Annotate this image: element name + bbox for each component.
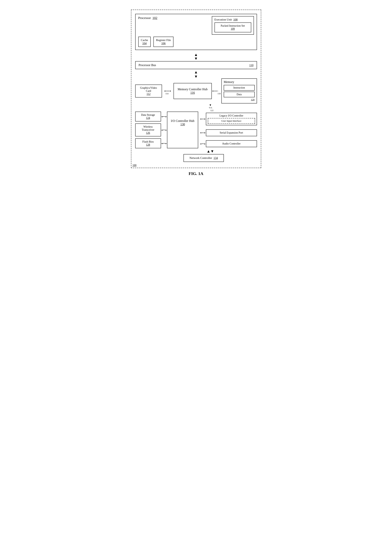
data-storage-row: Data Storage 124 ◄► — [135, 111, 167, 122]
arrow-bus-to-mch2: ▼ — [135, 75, 257, 78]
arrow-mch-mem: ◄ ~ 118 — [212, 90, 221, 92]
ioch-left-col: Data Storage 124 ◄► Wireless Transceiver… — [135, 111, 167, 148]
arrow-wireless: ◄► — [161, 129, 167, 131]
wavy-connector: ▼ ∿∿ 122 — [164, 104, 257, 111]
ioch-row: Data Storage 124 ◄► Wireless Transceiver… — [135, 111, 257, 148]
wireless-box: Wireless Transceiver 126 — [135, 124, 161, 136]
mch-box: Memory Controller Hub 116 — [173, 83, 212, 99]
arrow-ioch-network: ▲ ▼ — [164, 148, 257, 154]
mch-right-label: 118 — [218, 92, 221, 95]
network-row: Network Controller 134 — [151, 154, 257, 162]
outer-ref: 100 — [133, 164, 137, 167]
serial-expansion-box: Serial Expansion Port — [206, 129, 257, 136]
flash-bios-box: Flash Bios 128 — [135, 138, 161, 148]
processor-block: Processor 102 Execution Unit 108 Packed … — [135, 14, 257, 50]
processor-bus-block: Processor Bus 110 — [135, 61, 257, 69]
ioch-right-col: ◄► Legacy I/O Controller User Input Inte… — [198, 111, 257, 148]
memory-ref: 120 — [224, 98, 255, 101]
user-input-box: User Input Interface — [208, 118, 255, 124]
serial-expansion-row: ◄► Serial Expansion Port — [200, 129, 257, 136]
legacy-io-title: Legacy I/O Controller — [208, 114, 255, 117]
arrow-proc-to-bus: ▲▼ — [135, 53, 257, 60]
page: Processor 102 Execution Unit 108 Packed … — [127, 4, 265, 184]
audio-row: ◄► Audio Controller — [200, 140, 257, 147]
memory-title: Memory — [224, 80, 255, 84]
arrow-legacy: ◄► — [200, 118, 206, 120]
arrow-gfx-mch: ◄ ► 114 — [164, 90, 173, 92]
left-mch-col: Graphics/Video Card 112 — [135, 84, 164, 98]
wireless-row: Wireless Transceiver 126 ◄► — [135, 124, 167, 136]
network-box: Network Controller 134 — [183, 154, 224, 162]
processor-title: Processor 102 — [138, 16, 158, 35]
arrow-serial: ◄► — [200, 132, 206, 134]
legacy-io-row: ◄► Legacy I/O Controller User Input Inte… — [200, 113, 257, 125]
graphics-video-box: Graphics/Video Card 112 — [135, 84, 162, 98]
figure-label: FIG. 1A — [131, 171, 261, 176]
register-file-box: Register File 106 — [153, 37, 173, 47]
proc-components: Cache 104 Register File 106 — [138, 37, 254, 47]
execution-unit-title: Execution Unit 108 — [215, 18, 251, 21]
arrow-bus-to-mch: ▲ — [135, 70, 257, 75]
arrow-flash-bios: ◄► — [161, 142, 167, 144]
ioch-box: I/O Controller Hub 130 — [167, 111, 198, 148]
mch-row: Graphics/Video Card 112 ◄ ► 114 Memory C… — [135, 78, 257, 104]
cache-box: Cache 104 — [138, 37, 151, 47]
memory-block: Memory Instruction Data 120 — [221, 78, 257, 104]
instruction-box: Instruction — [224, 85, 255, 91]
bus-label: 114 — [165, 92, 169, 95]
legacy-io-block: Legacy I/O Controller User Input Interfa… — [206, 113, 257, 125]
packed-instruction-box: Packed Instruction Set 109 — [215, 22, 251, 32]
arrow-audio: ◄► — [200, 143, 206, 145]
outer-boundary: Processor 102 Execution Unit 108 Packed … — [131, 10, 261, 168]
flash-bios-row: Flash Bios 128 ◄► — [135, 138, 167, 148]
arrow-data-storage: ◄► — [161, 116, 167, 118]
data-storage-box: Data Storage 124 — [135, 111, 161, 122]
data-box: Data — [224, 92, 255, 97]
proc-header: Processor 102 Execution Unit 108 Packed … — [138, 16, 254, 35]
audio-box: Audio Controller — [206, 140, 257, 147]
execution-unit-block: Execution Unit 108 Packed Instruction Se… — [212, 16, 254, 35]
